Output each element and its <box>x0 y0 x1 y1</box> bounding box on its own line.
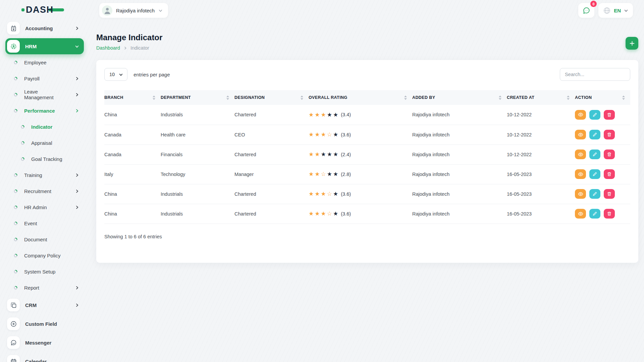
view-button[interactable] <box>575 189 586 199</box>
column-header-overall-rating[interactable]: Overall Rating <box>309 90 412 105</box>
chevron-down-icon <box>624 8 628 13</box>
column-header-created-at[interactable]: Created At <box>507 90 575 105</box>
language-selector[interactable]: EN <box>598 3 633 18</box>
chevron-right-icon <box>75 189 79 193</box>
edit-button[interactable] <box>589 149 600 159</box>
delete-button[interactable] <box>604 110 615 120</box>
sidebar-item-crm[interactable]: CRM <box>5 297 84 313</box>
sidebar-item-indicator[interactable]: Indicator <box>0 119 90 135</box>
column-header-added-by[interactable]: Added By <box>412 90 507 105</box>
view-button[interactable] <box>575 149 586 159</box>
star-full-icon: ★ <box>315 211 320 217</box>
sidebar-item-employee[interactable]: Employee <box>0 54 90 70</box>
sidebar-item-report[interactable]: Report <box>0 280 90 296</box>
sidebar-item-label: Messenger <box>25 340 51 346</box>
sidebar-item-document[interactable]: Document <box>0 231 90 247</box>
entries-per-page-select[interactable]: 10 <box>104 68 127 81</box>
star-empty-icon: ★ <box>333 171 338 177</box>
cell-overall-rating: ★★★★★(3.4) <box>309 105 412 125</box>
column-header-action[interactable]: Action <box>575 90 630 105</box>
sidebar-item-goal-tracking[interactable]: Goal Tracking <box>0 151 90 167</box>
sidebar-item-appraisal[interactable]: Appraisal <box>0 135 90 151</box>
sort-icon[interactable] <box>226 96 229 100</box>
view-button[interactable] <box>575 110 586 120</box>
cell-overall-rating: ★★☆★★(2.8) <box>309 164 412 184</box>
crm-icon <box>7 299 20 311</box>
delete-button[interactable] <box>604 149 615 159</box>
sidebar-item-company-policy[interactable]: Company Policy <box>0 247 90 263</box>
sort-icon[interactable] <box>404 96 407 100</box>
sidebar-item-hr-admin[interactable]: HR Admin <box>0 199 90 215</box>
sidebar-item-label: HRM <box>25 44 37 49</box>
sort-icon[interactable] <box>153 96 155 100</box>
sidebar-item-performance[interactable]: Performance <box>0 103 90 119</box>
app-logo: DASH <box>21 5 64 15</box>
chevron-down-icon <box>158 8 163 13</box>
delete-button[interactable] <box>604 189 615 199</box>
edit-button[interactable] <box>589 130 600 139</box>
view-button[interactable] <box>575 169 586 179</box>
sort-icon[interactable] <box>622 96 625 100</box>
sidebar-item-training[interactable]: Training <box>0 167 90 183</box>
delete-button[interactable] <box>604 209 615 219</box>
accounting-icon <box>7 22 20 35</box>
rating-value: (3.4) <box>341 112 351 117</box>
sidebar-item-event[interactable]: Event <box>0 215 90 231</box>
sidebar-item-recruitment[interactable]: Recruitment <box>0 183 90 199</box>
star-full-icon: ★ <box>309 191 314 197</box>
edit-button[interactable] <box>589 110 600 120</box>
cell-department: Industrials <box>161 204 234 224</box>
sidebar-item-hrm[interactable]: HRM <box>5 38 84 54</box>
star-half-icon: ☆ <box>327 132 332 137</box>
edit-button[interactable] <box>589 189 600 199</box>
chevron-right-icon <box>75 109 79 113</box>
sidebar-item-system-setup[interactable]: System Setup <box>0 263 90 280</box>
sort-icon[interactable] <box>499 96 501 100</box>
entries-per-page-value: 10 <box>109 72 115 77</box>
star-full-icon: ★ <box>321 112 326 118</box>
search-input[interactable] <box>560 68 630 81</box>
table-row: Canada Health care CEO ★★★☆★(3.6) Rajodi… <box>104 125 630 144</box>
delete-button[interactable] <box>604 169 615 179</box>
star-empty-icon: ★ <box>333 112 338 118</box>
logo-dot-icon <box>21 8 24 11</box>
star-full-icon: ★ <box>309 152 314 157</box>
bullet-icon <box>14 189 17 193</box>
sidebar-item-leave-management[interactable]: Leave Management <box>0 86 90 103</box>
delete-button[interactable] <box>604 130 615 139</box>
messenger-button[interactable]: 0 <box>578 3 594 18</box>
sidebar-item-label: System Setup <box>24 269 55 275</box>
edit-button[interactable] <box>589 209 600 219</box>
view-button[interactable] <box>575 209 586 219</box>
indicator-table-card: 10 entries per page Branch Department De… <box>96 60 638 263</box>
person-icon <box>102 5 112 15</box>
column-header-branch[interactable]: Branch <box>104 90 161 105</box>
edit-button[interactable] <box>589 169 600 179</box>
chevron-right-icon <box>75 205 79 209</box>
create-indicator-button[interactable] <box>626 37 638 50</box>
sort-icon[interactable] <box>301 96 303 100</box>
bullet-icon <box>14 254 17 257</box>
rating-value: (3.6) <box>341 211 351 217</box>
star-empty-icon: ★ <box>327 152 332 157</box>
sidebar-item-label: Employee <box>24 60 47 65</box>
cell-branch: China <box>104 105 161 125</box>
breadcrumb-dashboard[interactable]: Dashboard <box>96 45 120 51</box>
sort-icon[interactable] <box>567 96 570 100</box>
sidebar-item-messenger[interactable]: Messenger <box>5 335 84 351</box>
view-button[interactable] <box>575 130 586 139</box>
star-full-icon: ★ <box>321 132 326 137</box>
workspace-selector[interactable]: Rajodiya infotech <box>99 3 168 18</box>
sidebar-item-payroll[interactable]: Payroll <box>0 70 90 86</box>
sidebar-item-accounting[interactable]: Accounting <box>5 20 84 36</box>
sidebar-item-calendar[interactable]: Calendar <box>5 353 84 362</box>
sidebar-item-custom-field[interactable]: Custom Field <box>5 316 84 332</box>
chevron-right-icon <box>75 93 79 97</box>
cell-designation: CEO <box>234 125 309 144</box>
hrm-icon <box>7 40 20 53</box>
cell-department: Financials <box>161 144 234 164</box>
column-header-department[interactable]: Department <box>161 90 234 105</box>
column-header-designation[interactable]: Designation <box>234 90 309 105</box>
bullet-icon <box>21 125 24 129</box>
sidebar-item-label: Calendar <box>25 359 47 362</box>
